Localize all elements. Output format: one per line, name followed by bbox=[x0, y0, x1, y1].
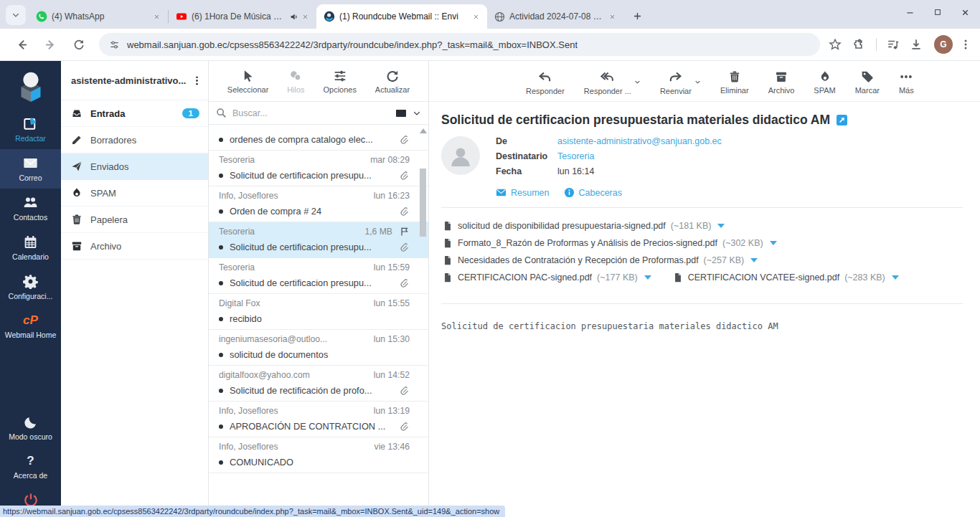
close-window-button[interactable] bbox=[961, 8, 970, 17]
bookmark-star-icon[interactable] bbox=[829, 38, 842, 51]
sent-icon bbox=[71, 161, 83, 172]
message-row[interactable]: Digital Fox lun 15:55 recibido bbox=[209, 294, 428, 330]
media-controls-icon[interactable] bbox=[887, 38, 900, 51]
message-row[interactable]: Info, Joseflores vie 13:46 COMUNICADO bbox=[209, 437, 428, 473]
to-address[interactable]: Tesoreria bbox=[557, 151, 594, 161]
message-row[interactable]: ingeniumasesoria@outloo... lun 15:30 sol… bbox=[209, 330, 428, 366]
sliders-icon bbox=[334, 70, 347, 82]
address-bar[interactable]: webmail.sanjuan.gob.ec/cpsess8563422242/… bbox=[99, 33, 820, 56]
sidebar-item-acerca-de[interactable]: ? Acerca de bbox=[0, 447, 61, 486]
attachment-menu-caret-icon[interactable] bbox=[892, 275, 899, 280]
select-button[interactable]: Seleccionar bbox=[227, 70, 268, 94]
attachments-list: solicitud de disponibilidad presupuestar… bbox=[441, 208, 963, 294]
tab-close-button[interactable] bbox=[151, 11, 162, 22]
extensions-icon[interactable] bbox=[853, 38, 866, 51]
new-tab-button[interactable] bbox=[628, 6, 646, 25]
message-subject: Solicitud de certificacion presupuestari… bbox=[441, 113, 830, 128]
message-row[interactable]: Tesoreria mar 08:29 Solicitud de certifi… bbox=[209, 151, 428, 186]
headers-toggle[interactable]: Cabeceras bbox=[564, 187, 622, 198]
tab-close-button[interactable] bbox=[299, 11, 311, 22]
message-row[interactable]: Info, Joseflores lun 13:19 APROBACIÓN DE… bbox=[209, 402, 428, 437]
delete-button[interactable]: Eliminar bbox=[720, 70, 749, 95]
threads-icon bbox=[289, 70, 302, 82]
reload-button[interactable] bbox=[67, 33, 90, 56]
message-row[interactable]: Tesoreria lun 15:59 Solicitud de certifi… bbox=[209, 258, 428, 294]
sidebar-item-contactos[interactable]: Contactos bbox=[0, 189, 61, 228]
open-in-new-window-icon[interactable] bbox=[837, 115, 847, 125]
profile-avatar[interactable]: G bbox=[934, 35, 953, 54]
summary-toggle[interactable]: Resumen bbox=[496, 187, 550, 198]
tab-whatsapp[interactable]: (4) WhatsApp bbox=[29, 4, 168, 29]
message-row[interactable]: Info, Joseflores lun 16:23 Orden de comp… bbox=[209, 186, 428, 222]
from-label: De bbox=[496, 136, 557, 146]
search-input[interactable]: Buscar... bbox=[232, 108, 390, 118]
attachment-menu-caret-icon[interactable] bbox=[644, 275, 651, 280]
search-options-chevron-icon[interactable] bbox=[413, 109, 421, 118]
mark-button[interactable]: Marcar bbox=[855, 70, 880, 95]
attachment-item[interactable]: solicitud de disponibilidad presupuestar… bbox=[443, 221, 725, 231]
forward-menu-chevron-icon[interactable] bbox=[694, 79, 701, 85]
reply-all-menu-chevron-icon[interactable] bbox=[634, 79, 641, 85]
archive-button[interactable]: Archivo bbox=[768, 70, 795, 95]
attachment-menu-caret-icon[interactable] bbox=[770, 241, 777, 245]
tab-actividad[interactable]: Actividad 2024-07-08 08:00:00 bbox=[487, 4, 623, 29]
audio-playing-icon[interactable] bbox=[290, 12, 299, 22]
browser-toolbar: webmail.sanjuan.gob.ec/cpsess8563422242/… bbox=[0, 29, 980, 61]
threads-button[interactable]: Hilos bbox=[287, 70, 304, 94]
unread-badge: 1 bbox=[182, 108, 199, 118]
list-scrollbar[interactable] bbox=[419, 127, 428, 517]
more-button[interactable]: Más bbox=[899, 70, 914, 95]
sidebar-item-calendario[interactable]: Calendario bbox=[0, 228, 61, 267]
message-subject: recibido bbox=[230, 313, 410, 324]
site-settings-icon[interactable] bbox=[109, 39, 120, 50]
minimize-button[interactable] bbox=[905, 8, 915, 17]
back-button[interactable] bbox=[10, 33, 33, 56]
spam-button[interactable]: SPAM bbox=[814, 70, 835, 95]
search-scope-mail-icon[interactable] bbox=[395, 108, 407, 119]
contacts-icon bbox=[23, 195, 38, 210]
options-button[interactable]: Opciones bbox=[323, 70, 356, 94]
downloads-icon[interactable] bbox=[910, 38, 923, 51]
browser-menu-icon[interactable] bbox=[960, 39, 971, 50]
folder-options-icon[interactable] bbox=[192, 75, 202, 86]
refresh-button[interactable]: Actualizar bbox=[375, 70, 410, 94]
message-row[interactable]: ordenes de compra catalogo elec... bbox=[209, 125, 428, 151]
folder-papelera[interactable]: Papelera bbox=[61, 207, 208, 233]
forward-button-mail[interactable]: Reenviar bbox=[660, 70, 692, 95]
attachment-item[interactable]: CERTIFICACION VCATEE-signed.pdf (~283 KB… bbox=[673, 272, 899, 283]
message-date: lun 15:30 bbox=[374, 334, 410, 344]
tab-search-button[interactable] bbox=[6, 5, 26, 25]
message-date: lun 16:23 bbox=[374, 191, 410, 201]
folder-spam[interactable]: SPAM bbox=[61, 180, 208, 207]
tab-close-button[interactable] bbox=[470, 11, 481, 22]
folder-enviados[interactable]: Enviados bbox=[61, 153, 208, 180]
attachment-menu-caret-icon[interactable] bbox=[750, 258, 758, 262]
folder-entrada[interactable]: Entrada 1 bbox=[61, 100, 208, 127]
folder-archivo[interactable]: Archivo bbox=[61, 233, 208, 260]
folder-borradores[interactable]: Borradores bbox=[61, 127, 208, 153]
message-row[interactable]: digitalfoox@yahoo.com lun 14:52 Solicitu… bbox=[209, 366, 428, 402]
tab-label: (4) WhatsApp bbox=[52, 11, 146, 22]
flag-icon bbox=[400, 227, 410, 237]
reply-all-button[interactable]: Responder ... bbox=[584, 70, 631, 95]
from-address[interactable]: asistente-administrativo@sanjuan.gob.ec bbox=[557, 136, 722, 146]
attachment-menu-caret-icon[interactable] bbox=[717, 224, 725, 228]
envelope-icon bbox=[496, 187, 507, 198]
sidebar-item-webmail-home[interactable]: cP Webmail Home bbox=[0, 307, 61, 346]
sidebar-item-correo[interactable]: Correo bbox=[0, 149, 61, 189]
sidebar-item-redactar[interactable]: Redactar bbox=[0, 110, 61, 149]
reply-button[interactable]: Responder bbox=[526, 70, 565, 95]
forward-button[interactable] bbox=[39, 33, 62, 56]
message-row[interactable]: Tesoreria 1,6 MB Solicitud de certificac… bbox=[209, 222, 428, 258]
attachment-item[interactable]: Formato_8_Razón de Proformas y Análisis … bbox=[443, 238, 777, 248]
attachment-item[interactable]: Necesidades de Contratación y Recepción … bbox=[443, 255, 758, 265]
tab-close-button[interactable] bbox=[606, 11, 618, 22]
tab-youtube[interactable]: (6) 1Hora De Música Con M bbox=[169, 4, 316, 29]
maximize-button[interactable] bbox=[933, 8, 942, 16]
reply-icon bbox=[538, 70, 552, 84]
message-sender: digitalfoox@yahoo.com bbox=[219, 370, 369, 380]
attachment-item[interactable]: CERTIFICACION PAC-signed.pdf (~177 KB) bbox=[443, 272, 651, 283]
sidebar-item-modo-oscuro[interactable]: Modo oscuro bbox=[0, 409, 61, 447]
tab-roundcube-active[interactable]: (1) Roundcube Webmail :: Envi bbox=[316, 4, 487, 29]
sidebar-item-configuracion[interactable]: Configuraci... bbox=[0, 267, 61, 307]
